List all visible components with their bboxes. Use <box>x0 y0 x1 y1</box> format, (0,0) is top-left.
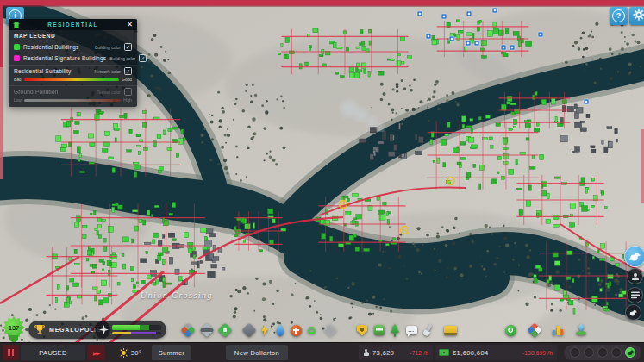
checkbox[interactable]: ✓ <box>124 43 132 51</box>
temperature-indicator[interactable]: 30° <box>110 345 150 360</box>
checkbox[interactable] <box>124 88 132 96</box>
legend-row-signature-buildings: Residential Signature Buildings Building… <box>9 53 137 64</box>
toolbar-icon-infoviews[interactable] <box>526 321 543 339</box>
toolbar-icon-parks[interactable] <box>386 321 403 339</box>
toolbar-icon-terraforming[interactable] <box>419 321 436 339</box>
bird-icon <box>628 309 638 317</box>
xp-progress-pill[interactable] <box>95 321 166 339</box>
toolbar-icon-platforms[interactable] <box>241 321 258 339</box>
milestone-level-number: 137 <box>3 316 25 339</box>
money-rate: -138,699 /h <box>522 350 553 356</box>
toolbar-icon-water[interactable] <box>272 321 289 339</box>
toolbar-icon-photo-mode[interactable] <box>624 321 641 339</box>
help-button[interactable]: ? <box>610 7 628 25</box>
gear-icon <box>633 9 644 24</box>
map-marker[interactable] <box>466 11 472 16</box>
education-icon <box>323 323 338 338</box>
trophy-icon <box>34 324 45 335</box>
close-icon[interactable]: ✕ <box>127 21 133 28</box>
toolbar-icon-economy[interactable]: ↻ <box>502 321 519 339</box>
toolbar-icon-bulldozer[interactable] <box>441 321 459 339</box>
bulldozer-icon <box>444 326 457 335</box>
notification-slot[interactable] <box>611 347 622 358</box>
roads-icon <box>200 323 215 338</box>
toolbar-icon-transportation[interactable] <box>371 321 388 339</box>
season-indicator[interactable]: Summer <box>152 345 191 360</box>
checkbox[interactable]: ✓ <box>139 54 147 62</box>
map-marker[interactable] <box>492 8 497 13</box>
pollution-scale: Low High <box>9 97 137 107</box>
economy-icon: ↻ <box>505 325 516 336</box>
healthcare-icon <box>291 325 302 336</box>
legend-section-title: MAP LEGEND <box>9 30 137 41</box>
garbage-icon: ♻ <box>306 325 316 336</box>
legend-label: Residential Signature Buildings <box>23 55 106 61</box>
legend-row-residential-buildings: Residential Buildings Building color ✓ <box>9 41 137 53</box>
population-value: 73,629 <box>372 349 394 357</box>
toolbar-icon-healthcare[interactable] <box>287 321 304 339</box>
city-name-label[interactable]: New Dollarton <box>226 345 288 360</box>
map-marker[interactable] <box>584 99 589 104</box>
toolbar-icon-communications[interactable]: … <box>403 321 420 339</box>
population-icon <box>363 349 369 357</box>
legend-mode-label: Terrain color <box>97 90 121 95</box>
checkbox[interactable]: ✓ <box>124 67 132 75</box>
map-marker[interactable] <box>474 41 479 46</box>
progression-icon <box>575 324 587 336</box>
temperature-value: 30° <box>131 349 142 357</box>
notification-slot[interactable] <box>570 347 580 358</box>
map-marker[interactable] <box>501 45 506 50</box>
map-marker[interactable] <box>417 11 422 16</box>
statistics-icon <box>553 325 563 335</box>
toolbar-icon-zoning[interactable] <box>179 321 197 339</box>
simulation-state-label: PAUSED <box>21 345 85 360</box>
toolbar-icon-police[interactable] <box>353 321 371 339</box>
list-icon <box>631 291 640 299</box>
platforms-icon <box>242 323 257 338</box>
citizen-notification-button[interactable] <box>627 268 643 284</box>
bird-icon <box>627 349 635 356</box>
pause-button[interactable] <box>3 345 19 360</box>
map-marker[interactable] <box>466 41 471 46</box>
notification-slot[interactable] <box>584 347 594 358</box>
map-marker[interactable] <box>441 14 447 19</box>
toolbar-icon-areas[interactable] <box>216 321 234 339</box>
bird-icon <box>628 251 641 262</box>
toolbar-icon-garbage[interactable]: ♻ <box>303 321 320 339</box>
green-swatch <box>14 44 20 50</box>
map-marker[interactable] <box>426 34 431 39</box>
map-marker[interactable] <box>510 45 515 50</box>
settings-button[interactable] <box>629 7 644 25</box>
toolbar-icon-electricity[interactable] <box>256 321 273 339</box>
milestone-name: MEGALOPOLIS <box>49 327 102 333</box>
communications-icon: … <box>406 326 417 334</box>
map-legend-panel: RESIDENTIAL ✕ MAP LEGEND Residential Bui… <box>9 19 137 107</box>
play-icon: ▶▶ <box>93 350 99 356</box>
chirper-button[interactable] <box>624 246 644 267</box>
chirp-notification-button[interactable] <box>625 304 641 321</box>
sim-speed-button[interactable]: ▶▶ <box>87 345 105 360</box>
district-name-label: Union Crossing <box>129 290 224 300</box>
notification-slot[interactable] <box>597 347 608 358</box>
toolbar-icon-fire-rescue[interactable] <box>336 321 353 339</box>
map-marker[interactable] <box>449 36 454 41</box>
population-indicator[interactable]: 73,629 -712 /h <box>359 345 433 360</box>
legend-row-ground-pollution: Ground Pollution Terrain color <box>9 86 137 97</box>
police-icon <box>357 325 367 336</box>
toolbar-icon-statistics[interactable] <box>549 321 566 339</box>
journal-notification-button[interactable] <box>627 287 643 303</box>
map-marker[interactable] <box>538 32 543 37</box>
infoviews-icon <box>528 323 542 338</box>
transportation-icon <box>374 325 385 335</box>
milestone-level-badge[interactable]: 137 <box>3 316 25 339</box>
money-value: €1,600,604 <box>453 349 489 357</box>
sun-icon <box>119 348 128 358</box>
money-indicator[interactable]: €1,600,604 -138,699 /h <box>435 345 557 360</box>
scale-min-label: Low <box>14 98 22 103</box>
chirper-notification-active[interactable] <box>625 347 635 358</box>
legend-label: Ground Pollution <box>14 89 93 95</box>
xp-icon <box>99 325 109 334</box>
legend-header[interactable]: RESIDENTIAL ✕ <box>9 19 137 30</box>
toolbar-icon-roads[interactable] <box>198 321 216 339</box>
toolbar-icon-progression[interactable] <box>572 321 590 339</box>
